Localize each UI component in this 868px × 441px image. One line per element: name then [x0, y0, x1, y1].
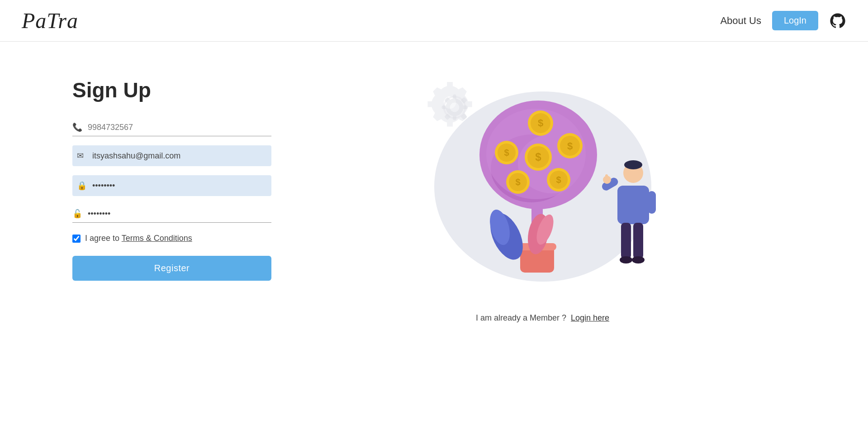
terms-checkbox[interactable]	[72, 235, 81, 243]
email-icon: ✉	[77, 151, 87, 161]
already-member-text: I am already a Member ?	[476, 313, 566, 322]
logo[interactable]: PaTra	[22, 8, 78, 33]
svg-rect-47	[621, 223, 631, 259]
email-input-row: ✉	[72, 145, 271, 166]
github-icon[interactable]	[829, 12, 846, 29]
checkbox-row: I agree to Terms & Conditions	[72, 234, 271, 243]
lock2-icon: 🔓	[72, 209, 82, 219]
phone-group: 📞	[72, 119, 271, 136]
confirm-password-input[interactable]	[88, 209, 271, 219]
terms-link[interactable]: Terms & Conditions	[122, 234, 192, 243]
header: PaTra About Us LogIn	[0, 0, 868, 42]
confirm-password-group: 🔓	[72, 205, 271, 223]
svg-text:$: $	[504, 148, 509, 158]
svg-text:$: $	[567, 140, 572, 152]
svg-rect-52	[605, 174, 608, 181]
register-button[interactable]: Register	[72, 256, 271, 281]
svg-point-43	[624, 160, 642, 169]
lock-icon: 🔒	[77, 181, 87, 191]
illustration-section: $ $ $ $ $ $	[271, 69, 814, 323]
svg-rect-46	[648, 191, 656, 214]
svg-text:$: $	[537, 117, 543, 129]
illustration-wrapper: $ $ $ $ $ $	[412, 69, 674, 304]
email-group: ✉	[72, 145, 271, 166]
phone-input[interactable]	[88, 123, 271, 132]
confirm-password-input-row: 🔓	[72, 205, 271, 223]
person-illustration	[588, 155, 660, 291]
password-input[interactable]	[92, 181, 267, 191]
svg-rect-48	[633, 223, 643, 259]
sign-up-title: Sign Up	[72, 78, 271, 102]
password-input-row: 🔒	[72, 175, 271, 196]
about-us-link[interactable]: About Us	[720, 15, 761, 27]
svg-rect-44	[617, 186, 649, 224]
password-group: 🔒	[72, 175, 271, 196]
svg-text:$: $	[556, 175, 561, 185]
phone-icon: 📞	[72, 122, 82, 132]
svg-point-50	[632, 256, 645, 264]
checkbox-label: I agree to Terms & Conditions	[85, 234, 192, 243]
form-section: Sign Up 📞 ✉ 🔒 🔓	[72, 69, 271, 281]
svg-text:$: $	[535, 151, 541, 163]
phone-input-row: 📞	[72, 119, 271, 136]
already-member-row: I am already a Member ? Login here	[271, 313, 814, 323]
main-content: Sign Up 📞 ✉ 🔒 🔓	[0, 42, 868, 433]
svg-point-49	[620, 256, 632, 264]
svg-text:$: $	[515, 177, 520, 187]
login-button[interactable]: LogIn	[772, 11, 818, 30]
nav-right: About Us LogIn	[720, 11, 846, 30]
login-here-link[interactable]: Login here	[571, 313, 609, 322]
email-input[interactable]	[92, 151, 267, 161]
